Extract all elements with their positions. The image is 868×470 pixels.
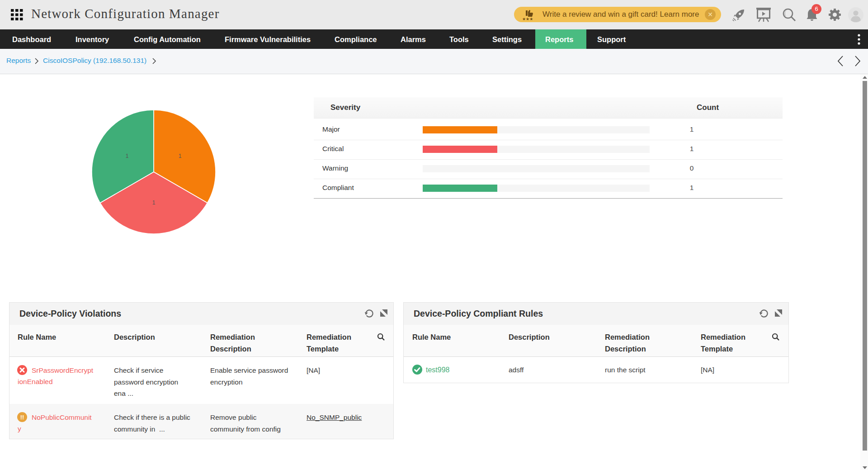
svg-text:!!: !! [20,414,24,421]
svg-text:★★★: ★★★ [522,17,533,21]
svg-text:1: 1 [152,199,156,206]
svg-text:1: 1 [179,153,182,159]
svg-text:1: 1 [126,153,129,159]
